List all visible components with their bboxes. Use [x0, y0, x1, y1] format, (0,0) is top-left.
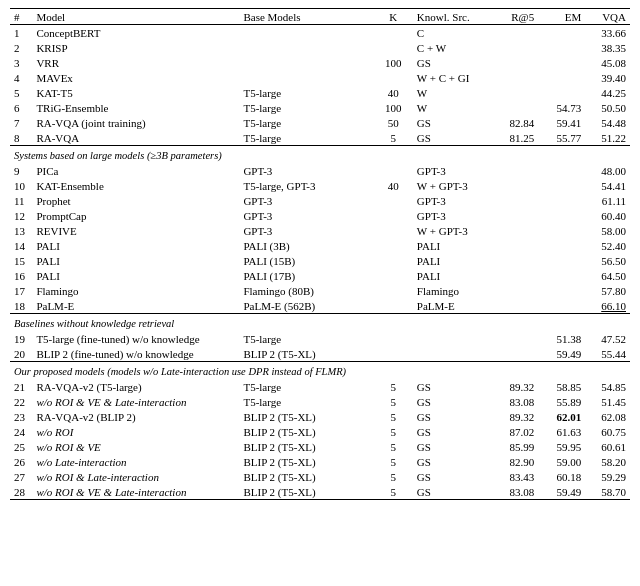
- table-cell: [491, 55, 538, 70]
- table-cell: PALI (15B): [239, 253, 373, 268]
- table-cell: 5: [374, 424, 413, 439]
- model-name: PALI: [32, 268, 239, 283]
- table-cell: [538, 40, 585, 55]
- table-cell: [374, 163, 413, 178]
- table-cell: W: [413, 85, 491, 100]
- table-cell: [374, 331, 413, 346]
- table-cell: C: [413, 25, 491, 41]
- table-row: 7RA-VQA (joint training)T5-large50GS82.8…: [10, 115, 630, 130]
- model-name: PICa: [32, 163, 239, 178]
- table-cell: PALI: [413, 253, 491, 268]
- model-name: w/o ROI & Late-interaction: [32, 469, 239, 484]
- table-cell: [374, 253, 413, 268]
- section-label: Systems based on large models (≥3B param…: [10, 146, 630, 164]
- table-row: 20BLIP 2 (fine-tuned) w/o knowledgeBLIP …: [10, 346, 630, 362]
- vqa-score: 38.35: [585, 40, 630, 55]
- table-cell: 2: [10, 40, 32, 55]
- table-cell: [374, 283, 413, 298]
- vqa-score: 54.85: [585, 379, 630, 394]
- table-cell: 58.85: [538, 379, 585, 394]
- model-name: T5-large (fine-tuned) w/o knowledge: [32, 331, 239, 346]
- vqa-score: 44.25: [585, 85, 630, 100]
- table-cell: 59.95: [538, 439, 585, 454]
- table-cell: GS: [413, 379, 491, 394]
- table-cell: 15: [10, 253, 32, 268]
- table-row: 28 w/o ROI & VE & Late-interactionBLIP 2…: [10, 484, 630, 500]
- table-cell: [491, 193, 538, 208]
- table-cell: [538, 85, 585, 100]
- table-row: 9PICaGPT-3GPT-348.00: [10, 163, 630, 178]
- table-row: 23RA-VQA-v2 (BLIP 2)BLIP 2 (T5-XL)5GS89.…: [10, 409, 630, 424]
- table-cell: 40: [374, 178, 413, 193]
- table-cell: 23: [10, 409, 32, 424]
- table-cell: [374, 193, 413, 208]
- table-row: 5KAT-T5T5-large40W44.25: [10, 85, 630, 100]
- vqa-score: 56.50: [585, 253, 630, 268]
- table-cell: 51.38: [538, 331, 585, 346]
- model-name: ConceptBERT: [32, 25, 239, 41]
- table-cell: 16: [10, 268, 32, 283]
- vqa-score: 62.08: [585, 409, 630, 424]
- table-cell: W: [413, 100, 491, 115]
- table-row: 17FlamingoFlamingo (80B)Flamingo57.80: [10, 283, 630, 298]
- table-cell: [538, 208, 585, 223]
- table-row: 8RA-VQAT5-large5GS81.2555.7751.22: [10, 130, 630, 146]
- table-cell: 20: [10, 346, 32, 362]
- table-cell: [538, 223, 585, 238]
- table-cell: 82.84: [491, 115, 538, 130]
- table-cell: [374, 40, 413, 55]
- vqa-score: 64.50: [585, 268, 630, 283]
- section-label: Our proposed models (models w/o Late-int…: [10, 362, 630, 380]
- table-row: 24 w/o ROIBLIP 2 (T5-XL)5GS87.0261.6360.…: [10, 424, 630, 439]
- table-cell: 5: [10, 85, 32, 100]
- table-cell: 87.02: [491, 424, 538, 439]
- table-cell: 62.01: [538, 409, 585, 424]
- col-header-ks: Knowl. Src.: [413, 9, 491, 25]
- table-row: 15PALIPALI (15B)PALI56.50: [10, 253, 630, 268]
- table-cell: GS: [413, 424, 491, 439]
- vqa-score: 58.20: [585, 454, 630, 469]
- table-cell: 28: [10, 484, 32, 500]
- table-cell: T5-large: [239, 379, 373, 394]
- table-cell: [374, 208, 413, 223]
- table-cell: 50: [374, 115, 413, 130]
- table-cell: [491, 85, 538, 100]
- vqa-score: 47.52: [585, 331, 630, 346]
- table-cell: [538, 238, 585, 253]
- table-cell: 83.08: [491, 394, 538, 409]
- table-cell: [538, 193, 585, 208]
- table-cell: [491, 178, 538, 193]
- model-name: w/o ROI & VE: [32, 439, 239, 454]
- table-row: 25 w/o ROI & VEBLIP 2 (T5-XL)5GS85.9959.…: [10, 439, 630, 454]
- table-cell: [413, 346, 491, 362]
- model-name: RA-VQA (joint training): [32, 115, 239, 130]
- table-cell: T5-large: [239, 130, 373, 146]
- table-cell: W + GPT-3: [413, 223, 491, 238]
- table-cell: PALI: [413, 238, 491, 253]
- table-cell: [491, 346, 538, 362]
- table-cell: [491, 331, 538, 346]
- section-label: Baselines without knowledge retrieval: [10, 314, 630, 332]
- table-cell: GPT-3: [239, 163, 373, 178]
- table-cell: 5: [374, 454, 413, 469]
- table-cell: [491, 283, 538, 298]
- table-cell: W + GPT-3: [413, 178, 491, 193]
- table-row: 14PALIPALI (3B)PALI52.40: [10, 238, 630, 253]
- table-cell: 82.90: [491, 454, 538, 469]
- model-name: w/o ROI & VE & Late-interaction: [32, 394, 239, 409]
- table-cell: [491, 298, 538, 314]
- table-row: 21RA-VQA-v2 (T5-large)T5-large5GS89.3258…: [10, 379, 630, 394]
- table-cell: [491, 100, 538, 115]
- model-name: TRiG-Ensemble: [32, 100, 239, 115]
- col-header-r5: R@5: [491, 9, 538, 25]
- table-cell: 83.43: [491, 469, 538, 484]
- col-header-model: Model: [32, 9, 239, 25]
- vqa-score: 55.44: [585, 346, 630, 362]
- table-cell: GPT-3: [413, 193, 491, 208]
- table-cell: 55.77: [538, 130, 585, 146]
- table-cell: BLIP 2 (T5-XL): [239, 439, 373, 454]
- col-header-num: #: [10, 9, 32, 25]
- table-cell: 22: [10, 394, 32, 409]
- model-name: w/o Late-interaction: [32, 454, 239, 469]
- table-cell: 59.41: [538, 115, 585, 130]
